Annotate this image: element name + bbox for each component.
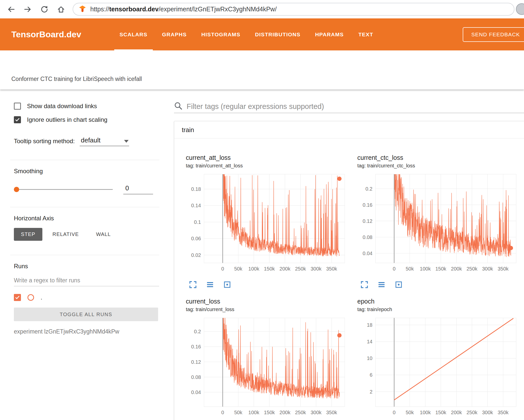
horizontal-axis-label: Horizontal Axis [14, 215, 159, 222]
ignore-outliers-row[interactable]: Ignore outliers in chart scaling [14, 116, 159, 123]
svg-text:0.1: 0.1 [194, 219, 201, 225]
svg-text:200k: 200k [279, 266, 290, 272]
tab-text[interactable]: TEXT [351, 18, 381, 50]
svg-text:350k: 350k [498, 410, 509, 415]
toggle-all-runs-button[interactable]: TOGGLE ALL RUNS [14, 308, 158, 321]
chevron-down-icon [124, 140, 129, 143]
svg-text:200k: 200k [451, 410, 462, 415]
run-name: . [41, 294, 42, 301]
line-chart[interactable]: 050k100k150k200k250k300k350k0.020.060.10… [184, 173, 346, 277]
tag-filter-row [174, 100, 524, 113]
axis-wall-button[interactable]: WALL [89, 228, 118, 241]
svg-text:0: 0 [221, 266, 224, 272]
expand-icon[interactable] [189, 281, 197, 289]
url-text: https://tensorboard.dev/experiment/lzGnE… [90, 6, 277, 13]
svg-text:300k: 300k [482, 266, 493, 272]
show-download-links-label: Show data download links [27, 103, 97, 110]
svg-text:0.12: 0.12 [191, 359, 201, 365]
svg-text:50k: 50k [234, 410, 243, 415]
svg-text:0.08: 0.08 [363, 234, 372, 240]
svg-text:50k: 50k [234, 266, 243, 272]
line-chart[interactable]: 050k100k150k200k250k300k350k26101418 [356, 317, 517, 420]
chart-tag: tag: train/current_ctc_loss [356, 161, 520, 169]
tab-histograms[interactable]: HISTOGRAMS [194, 18, 248, 50]
svg-text:2: 2 [370, 389, 372, 395]
run-lines-icon[interactable] [377, 281, 386, 289]
show-download-links-checkbox[interactable] [14, 103, 21, 110]
svg-text:0.02: 0.02 [191, 252, 201, 258]
app-logo: TensorBoard.dev [11, 18, 112, 50]
svg-text:50k: 50k [406, 410, 414, 415]
settings-sidebar: Show data download links Ignore outliers… [0, 89, 166, 420]
runs-filter-input[interactable] [14, 275, 159, 286]
experiment-id: experiment lzGnETjwRxC3yghNMd4kPw [14, 328, 159, 335]
tooltip-sorting-label: Tooltip sorting method: [14, 138, 75, 146]
tab-distributions[interactable]: DISTRIBUTIONS [248, 18, 308, 50]
avatar[interactable] [516, 3, 524, 15]
svg-text:0.18: 0.18 [191, 186, 201, 192]
svg-text:50k: 50k [406, 266, 414, 272]
ignore-outliers-checkbox[interactable] [14, 116, 21, 123]
run-row[interactable]: . [14, 294, 159, 301]
address-bar[interactable]: https://tensorboard.dev/experiment/lzGnE… [73, 3, 514, 16]
line-chart[interactable]: 050k100k150k200k250k300k350k0.040.080.12… [184, 317, 346, 420]
svg-text:0.08: 0.08 [191, 374, 201, 380]
svg-text:200k: 200k [279, 410, 290, 415]
app-header: TensorBoard.dev SCALARS GRAPHS HISTOGRAM… [0, 18, 524, 50]
svg-text:0.12: 0.12 [363, 218, 372, 224]
top-nav: SCALARS GRAPHS HISTOGRAMS DISTRIBUTIONS … [112, 18, 381, 50]
line-chart[interactable]: 050k100k150k200k250k300k350k0.040.080.12… [356, 173, 517, 277]
chart-current-ctc-loss: current_ctc_loss tag: train/current_ctc_… [356, 154, 520, 289]
tab-graphs[interactable]: GRAPHS [155, 18, 194, 50]
expand-icon[interactable] [360, 281, 368, 289]
svg-text:0.04: 0.04 [363, 251, 372, 256]
run-lines-icon[interactable] [206, 281, 214, 289]
svg-text:18: 18 [367, 322, 372, 328]
tab-hparams[interactable]: HPARAMS [308, 18, 351, 50]
axis-relative-button[interactable]: RELATIVE [45, 228, 86, 241]
svg-text:0.16: 0.16 [363, 202, 372, 208]
back-icon[interactable] [7, 5, 16, 14]
tooltip-sorting-select[interactable]: default [80, 136, 129, 146]
smoothing-slider[interactable] [14, 186, 113, 192]
chart-toolbar [184, 281, 348, 289]
fit-domain-icon[interactable] [223, 281, 231, 289]
fit-domain-icon[interactable] [395, 281, 403, 289]
divider [10, 207, 159, 207]
reload-icon[interactable] [40, 5, 49, 14]
chart-tag: tag: train/current_att_loss [184, 161, 348, 169]
search-icon [174, 102, 183, 111]
smoothing-value[interactable]: 0 [123, 184, 153, 194]
svg-text:0.2: 0.2 [194, 329, 201, 334]
svg-text:100k: 100k [248, 410, 259, 415]
run-checkbox[interactable] [14, 294, 21, 301]
chart-epoch: epoch tag: train/epoch 050k100k150k200k2… [356, 298, 520, 420]
svg-text:0.16: 0.16 [191, 344, 201, 349]
svg-text:0: 0 [393, 410, 396, 415]
svg-text:250k: 250k [295, 266, 306, 272]
chart-current-loss: current_loss tag: train/current_loss 050… [184, 298, 348, 420]
slider-thumb[interactable] [14, 187, 19, 192]
show-download-links-row[interactable]: Show data download links [14, 103, 159, 110]
tab-scalars[interactable]: SCALARS [112, 18, 155, 50]
card-title: train [174, 121, 524, 138]
svg-text:300k: 300k [311, 266, 322, 272]
home-icon[interactable] [56, 5, 66, 14]
chart-title: current_ctc_loss [356, 154, 520, 161]
browser-chrome: https://tensorboard.dev/experiment/lzGnE… [0, 0, 524, 18]
svg-text:14: 14 [367, 339, 372, 344]
smoothing-label: Smoothing [14, 168, 159, 175]
ignore-outliers-label: Ignore outliers in chart scaling [27, 116, 107, 123]
experiment-subbar: Conformer CTC training for LibriSpeech w… [0, 50, 524, 89]
chart-current-att-loss: current_att_loss tag: train/current_att_… [184, 154, 348, 289]
tensorboard-favicon [79, 5, 86, 14]
tag-filter-input[interactable] [187, 102, 524, 111]
svg-text:6: 6 [370, 372, 372, 378]
divider [10, 160, 159, 160]
svg-text:250k: 250k [295, 410, 306, 415]
svg-text:150k: 150k [264, 410, 275, 415]
svg-text:200k: 200k [451, 266, 462, 272]
send-feedback-button[interactable]: SEND FEEDBACK [463, 27, 524, 42]
axis-step-button[interactable]: STEP [14, 228, 42, 241]
forward-icon[interactable] [23, 5, 32, 14]
